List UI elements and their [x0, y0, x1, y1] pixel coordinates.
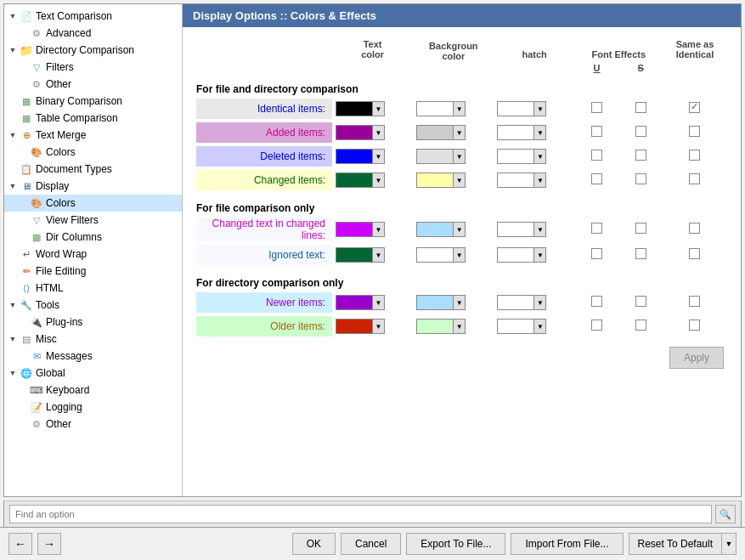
toggle-dir-comparison[interactable]: ▼: [8, 45, 18, 55]
bg-color-arrow-changed[interactable]: ▼: [454, 173, 466, 188]
toggle-misc[interactable]: ▼: [8, 334, 18, 344]
hatch-btn-deleted[interactable]: [497, 149, 534, 164]
text-color-btn-added[interactable]: [336, 125, 373, 140]
underline-cb-added[interactable]: [591, 126, 602, 137]
sidebar-item-filters[interactable]: ▽ Filters: [4, 59, 182, 76]
text-color-arrow-newer[interactable]: ▼: [373, 295, 385, 310]
toggle-text-comparison[interactable]: ▼: [8, 11, 18, 21]
strikethrough-cb-changed-text[interactable]: [635, 223, 646, 234]
bg-color-arrow-added[interactable]: ▼: [454, 125, 466, 140]
hatch-arrow-older[interactable]: ▼: [534, 319, 546, 334]
bg-color-btn-changed[interactable]: [416, 173, 454, 188]
text-color-btn-newer[interactable]: [336, 295, 373, 310]
same-as-cb-identical[interactable]: ✓: [689, 102, 700, 113]
sidebar-item-messages[interactable]: ✉ Messages: [4, 348, 182, 365]
text-color-btn-ignored[interactable]: [336, 247, 373, 263]
toggle-display[interactable]: ▼: [8, 181, 18, 191]
hatch-btn-added[interactable]: [497, 125, 534, 140]
text-color-arrow-older[interactable]: ▼: [373, 319, 385, 334]
export-button[interactable]: Export To File...: [406, 533, 505, 555]
underline-cb-newer[interactable]: [591, 296, 602, 307]
same-as-cb-added[interactable]: [689, 126, 700, 137]
text-color-arrow-added[interactable]: ▼: [373, 125, 385, 140]
sidebar-item-text-merge[interactable]: ▼ ⊕ Text Merge: [4, 127, 182, 144]
bg-color-btn-identical[interactable]: [416, 101, 454, 116]
hatch-arrow-added[interactable]: ▼: [534, 125, 546, 140]
toggle-global[interactable]: ▼: [8, 368, 18, 378]
sidebar-item-document-types[interactable]: 📋 Document Types: [4, 161, 182, 178]
reset-dropdown-button[interactable]: ▼: [721, 533, 737, 555]
sidebar-item-tools[interactable]: ▼ 🔧 Tools: [4, 297, 182, 314]
text-color-btn-changed-text[interactable]: [336, 222, 373, 237]
text-color-btn-identical[interactable]: [336, 101, 373, 116]
search-button[interactable]: 🔍: [715, 505, 736, 523]
text-color-btn-changed[interactable]: [336, 173, 373, 188]
search-input[interactable]: [9, 505, 712, 523]
hatch-arrow-changed[interactable]: ▼: [534, 173, 546, 188]
same-as-cb-changed-text[interactable]: [689, 223, 700, 234]
underline-cb-identical[interactable]: [591, 102, 602, 113]
sidebar-item-keyboard[interactable]: ⌨ Keyboard: [4, 382, 182, 399]
hatch-arrow-changed-text[interactable]: ▼: [534, 222, 546, 237]
sidebar-item-directory-comparison[interactable]: ▼ 📁 Directory Comparison: [4, 42, 182, 59]
same-as-cb-older[interactable]: [689, 320, 700, 331]
hatch-arrow-identical[interactable]: ▼: [534, 101, 546, 116]
hatch-btn-ignored[interactable]: [497, 247, 534, 263]
hatch-btn-newer[interactable]: [497, 295, 534, 310]
same-as-cb-newer[interactable]: [689, 296, 700, 307]
strikethrough-cb-identical[interactable]: [635, 102, 646, 113]
hatch-arrow-ignored[interactable]: ▼: [534, 247, 546, 263]
text-color-arrow-identical[interactable]: ▼: [373, 101, 385, 116]
sidebar-item-binary-comparison[interactable]: ▦ Binary Comparison: [4, 93, 182, 110]
text-color-btn-older[interactable]: [336, 319, 373, 334]
bg-color-btn-added[interactable]: [416, 125, 454, 140]
strikethrough-cb-newer[interactable]: [635, 296, 646, 307]
toggle-text-merge[interactable]: ▼: [8, 130, 18, 140]
bg-color-btn-newer[interactable]: [416, 295, 454, 310]
sidebar-item-html[interactable]: ⟨⟩ HTML: [4, 280, 182, 297]
underline-cb-changed[interactable]: [591, 173, 602, 184]
bg-color-arrow-deleted[interactable]: ▼: [454, 149, 466, 164]
sidebar-item-colors-display[interactable]: 🎨 Colors: [4, 195, 182, 212]
underline-cb-older[interactable]: [591, 320, 602, 331]
back-button[interactable]: ←: [8, 533, 32, 555]
strikethrough-cb-older[interactable]: [635, 320, 646, 331]
text-color-arrow-deleted[interactable]: ▼: [373, 149, 385, 164]
bg-color-arrow-ignored[interactable]: ▼: [454, 247, 466, 263]
sidebar-item-dir-columns[interactable]: ▦ Dir Columns: [4, 229, 182, 246]
strikethrough-cb-ignored[interactable]: [635, 248, 646, 259]
strikethrough-cb-added[interactable]: [635, 126, 646, 137]
toggle-tools[interactable]: ▼: [8, 300, 18, 310]
bg-color-arrow-identical[interactable]: ▼: [454, 101, 466, 116]
bg-color-btn-deleted[interactable]: [416, 149, 454, 164]
hatch-btn-identical[interactable]: [497, 101, 534, 116]
strikethrough-cb-changed[interactable]: [635, 173, 646, 184]
sidebar-item-display[interactable]: ▼ 🖥 Display: [4, 178, 182, 195]
bg-color-arrow-changed-text[interactable]: ▼: [454, 222, 466, 237]
reset-button[interactable]: Reset To Default: [629, 533, 722, 555]
sidebar-item-table-comparison[interactable]: ▦ Table Comparison: [4, 110, 182, 127]
bg-color-btn-changed-text[interactable]: [416, 222, 454, 237]
underline-cb-changed-text[interactable]: [591, 223, 602, 234]
ok-button[interactable]: OK: [292, 533, 336, 555]
sidebar-item-file-editing[interactable]: ✏ File Editing: [4, 263, 182, 280]
forward-button[interactable]: →: [37, 533, 61, 555]
bg-color-arrow-newer[interactable]: ▼: [454, 295, 466, 310]
apply-button[interactable]: Apply: [669, 347, 724, 369]
bg-color-arrow-older[interactable]: ▼: [454, 319, 466, 334]
text-color-arrow-changed[interactable]: ▼: [373, 173, 385, 188]
hatch-btn-older[interactable]: [497, 319, 534, 334]
underline-cb-ignored[interactable]: [591, 248, 602, 259]
text-color-btn-deleted[interactable]: [336, 149, 373, 164]
sidebar-item-text-comparison[interactable]: ▼ 📄 Text Comparison: [4, 8, 182, 25]
sidebar-item-logging[interactable]: 📝 Logging: [4, 399, 182, 416]
same-as-cb-changed[interactable]: [689, 173, 700, 184]
text-color-arrow-changed-text[interactable]: ▼: [373, 222, 385, 237]
sidebar-item-misc[interactable]: ▼ ▤ Misc: [4, 331, 182, 348]
strikethrough-cb-deleted[interactable]: [635, 150, 646, 161]
hatch-btn-changed[interactable]: [497, 173, 534, 188]
bg-color-btn-ignored[interactable]: [416, 247, 454, 263]
sidebar-item-colors-merge[interactable]: 🎨 Colors: [4, 144, 182, 161]
text-color-arrow-ignored[interactable]: ▼: [373, 247, 385, 263]
hatch-btn-changed-text[interactable]: [497, 222, 534, 237]
